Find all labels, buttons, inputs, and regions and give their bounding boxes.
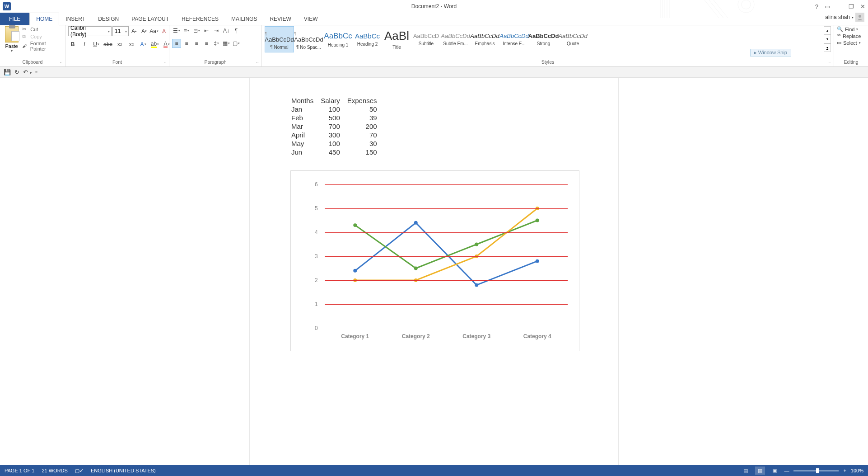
- style-strong[interactable]: AaBbCcDdStrong: [529, 26, 558, 52]
- page-indicator[interactable]: PAGE 1 OF 1: [5, 468, 34, 473]
- tab-file[interactable]: FILE: [0, 13, 29, 25]
- styles-down-icon[interactable]: ▾: [824, 35, 831, 43]
- tab-review[interactable]: REVIEW: [263, 13, 297, 25]
- increase-indent-button[interactable]: ⇥: [212, 26, 221, 35]
- page[interactable]: MonthsSalaryExpenses Jan10050Feb50039Mar…: [250, 78, 618, 465]
- web-layout-button[interactable]: ▣: [770, 467, 779, 475]
- user-name: alina shah: [825, 14, 850, 20]
- chart[interactable]: 0123456Category 1Category 2Category 3Cat…: [290, 170, 579, 351]
- shrink-font-button[interactable]: A▾: [140, 27, 149, 36]
- replace-button[interactable]: ᵃᵇReplace: [837, 33, 861, 39]
- language-indicator[interactable]: ENGLISH (UNITED STATES): [91, 468, 156, 473]
- borders-button[interactable]: ▢: [232, 39, 241, 48]
- group-paragraph: ☰ ≡ ⊟ ⇤ ⇥ A↓ ¶ ≡ ≡ ≡ ≡ ‡ ▦ ▢ Paragraph⌐: [169, 25, 262, 66]
- tab-page-layout[interactable]: PAGE LAYOUT: [125, 13, 175, 25]
- align-left-button[interactable]: ≡: [172, 39, 181, 48]
- undo-button[interactable]: ↶ ▾: [23, 69, 32, 75]
- tab-references[interactable]: REFERENCES: [175, 13, 225, 25]
- print-layout-button[interactable]: ▦: [755, 467, 765, 475]
- tab-insert[interactable]: INSERT: [59, 13, 92, 25]
- sort-button[interactable]: A↓: [222, 26, 231, 35]
- tab-design[interactable]: DESIGN: [92, 13, 125, 25]
- styles-gallery[interactable]: AaBbCcDd¶ NormalAaBbCcDd¶ No Spac...AaBb…: [265, 26, 822, 52]
- bullets-button[interactable]: ☰: [172, 26, 181, 35]
- font-name-combo[interactable]: Calibri (Body): [68, 26, 112, 36]
- style--no-spac-[interactable]: AaBbCcDd¶ No Spac...: [294, 26, 323, 52]
- multilevel-button[interactable]: ⊟: [192, 26, 201, 35]
- word-count[interactable]: 21 WORDS: [42, 468, 67, 473]
- decrease-indent-button[interactable]: ⇤: [202, 26, 211, 35]
- document-area[interactable]: MonthsSalaryExpenses Jan10050Feb50039Mar…: [0, 78, 868, 465]
- italic-button[interactable]: I: [80, 40, 89, 49]
- zoom-in-button[interactable]: +: [843, 468, 846, 473]
- minimize-icon[interactable]: —: [836, 3, 842, 10]
- style-quote[interactable]: AaBbCcDdQuote: [558, 26, 588, 52]
- style-subtle-em-[interactable]: AaBbCcDdSubtle Em...: [441, 26, 470, 52]
- grow-font-button[interactable]: A▴: [130, 27, 139, 36]
- style-emphasis[interactable]: AaBbCcDdEmphasis: [470, 26, 499, 52]
- bold-button[interactable]: B: [68, 40, 77, 49]
- format-painter-button[interactable]: 🖌Format Painter: [22, 41, 62, 52]
- clear-formatting-button[interactable]: A̷: [159, 27, 168, 36]
- svg-point-1: [742, 0, 751, 9]
- subscript-button[interactable]: x2: [115, 40, 124, 49]
- line-spacing-button[interactable]: ‡: [212, 39, 221, 48]
- scissors-icon: ✂: [22, 26, 28, 33]
- select-button[interactable]: ▭Select ▾: [837, 40, 861, 46]
- tab-home[interactable]: HOME: [29, 13, 59, 25]
- read-mode-button[interactable]: ▤: [741, 467, 751, 475]
- copy-button[interactable]: ⧉Copy: [22, 33, 62, 40]
- chart-plot-area: 0123456Category 1Category 2Category 3Cat…: [325, 184, 568, 328]
- zoom-level[interactable]: 100%: [851, 468, 863, 473]
- restore-icon[interactable]: ❐: [849, 3, 854, 10]
- style--normal[interactable]: AaBbCcDd¶ Normal: [265, 26, 294, 52]
- styles-up-icon[interactable]: ▴: [824, 26, 831, 35]
- zoom-out-button[interactable]: —: [784, 468, 789, 473]
- font-launcher-icon[interactable]: ⌐: [164, 60, 166, 64]
- clipboard-launcher-icon[interactable]: ⌐: [60, 60, 62, 64]
- align-right-button[interactable]: ≡: [192, 39, 201, 48]
- account-menu[interactable]: alina shah ▾: [825, 13, 864, 22]
- underline-button[interactable]: U: [92, 40, 101, 49]
- style-intense-e-[interactable]: AaBbCcDdIntense E...: [499, 26, 529, 52]
- window-title: Document2 - Word: [411, 3, 457, 9]
- cut-button[interactable]: ✂Cut: [22, 26, 62, 33]
- highlight-button[interactable]: ab: [150, 40, 159, 49]
- data-table: MonthsSalaryExpenses Jan10050Feb50039Mar…: [290, 96, 384, 157]
- text-effects-button[interactable]: A: [139, 40, 148, 49]
- ribbon-display-icon[interactable]: ▭: [825, 3, 830, 10]
- show-marks-button[interactable]: ¶: [232, 26, 241, 35]
- proofing-icon[interactable]: ▢✓: [75, 468, 84, 474]
- paste-button[interactable]: Paste ▾: [3, 26, 20, 53]
- change-case-button[interactable]: Aa: [149, 27, 159, 36]
- help-icon[interactable]: ?: [815, 3, 818, 10]
- style-heading-2[interactable]: AaBbCcHeading 2: [353, 26, 382, 52]
- superscript-button[interactable]: x2: [127, 40, 136, 49]
- style-title[interactable]: AaBlTitle: [382, 26, 411, 52]
- tab-mailings[interactable]: MAILINGS: [225, 13, 263, 25]
- tab-view[interactable]: VIEW: [298, 13, 324, 25]
- strikethrough-button[interactable]: abc: [103, 40, 112, 49]
- save-button[interactable]: 💾: [4, 69, 11, 75]
- style-subtitle[interactable]: AaBbCcDSubtitle: [411, 26, 441, 52]
- zoom-slider[interactable]: [793, 470, 839, 471]
- align-center-button[interactable]: ≡: [182, 39, 191, 48]
- word-app-icon: W: [3, 2, 11, 10]
- numbering-button[interactable]: ≡: [182, 26, 191, 35]
- styles-launcher-icon[interactable]: ⌐: [829, 60, 831, 64]
- font-size-combo[interactable]: 11: [112, 26, 129, 36]
- close-icon[interactable]: ✕: [860, 3, 865, 10]
- styles-more-icon[interactable]: ▾̲: [824, 43, 831, 52]
- shading-button[interactable]: ▦: [222, 39, 231, 48]
- repeat-button[interactable]: ↻: [14, 69, 19, 75]
- paragraph-launcher-icon[interactable]: ⌐: [257, 60, 259, 64]
- style-heading-1[interactable]: AaBbCcHeading 1: [323, 26, 353, 52]
- select-icon: ▭: [837, 40, 841, 46]
- replace-icon: ᵃᵇ: [837, 33, 841, 39]
- qat-customize-icon[interactable]: ≡: [35, 70, 37, 75]
- group-styles: AaBbCcDd¶ NormalAaBbCcDd¶ No Spac...AaBb…: [262, 25, 834, 66]
- svg-point-2: [859, 15, 861, 18]
- group-editing: 🔍Find ▾ ᵃᵇReplace ▭Select ▾ Editing: [834, 25, 868, 66]
- find-button[interactable]: 🔍Find ▾: [837, 26, 861, 32]
- justify-button[interactable]: ≡: [202, 39, 211, 48]
